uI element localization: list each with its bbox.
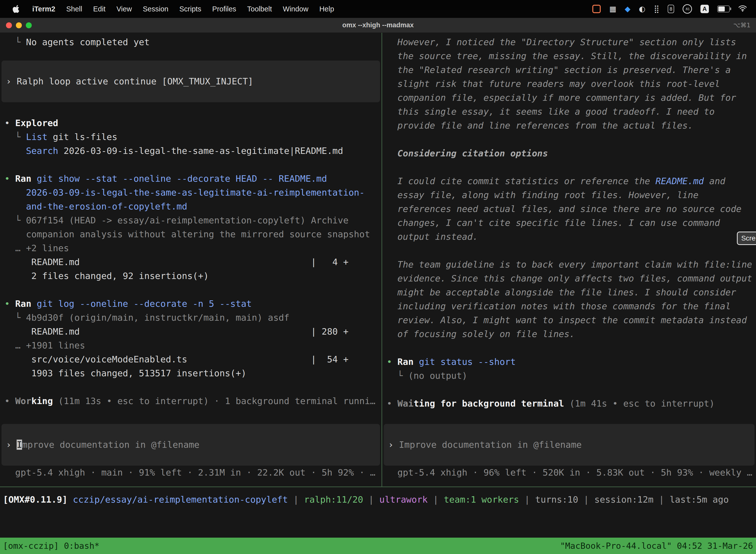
model-status-left: gpt-5.4 xhigh · main · 91% left · 2.31M …	[0, 466, 381, 480]
terminal-line: 2 files changed, 92 insertions(+)	[4, 269, 377, 283]
terminal-line: companion analysis without altering the …	[4, 227, 377, 241]
title-bar: omx --xhigh --madmax ⌥⌘1	[0, 18, 756, 33]
menu-item-help[interactable]: Help	[319, 5, 334, 13]
inject-message-box: › Ralph loop active continue [OMX_TMUX_I…	[1, 61, 380, 102]
screen-share-overlay[interactable]: Scre	[737, 232, 756, 245]
terminal-line: └ 067f154 (HEAD -> essay/ai-reimplementa…	[4, 214, 377, 227]
terminal-line: • Ran git status --short	[387, 355, 752, 369]
window-shortcut: ⌥⌘1	[733, 21, 756, 29]
terminal-line: of focusing solely on file lines.	[387, 327, 752, 341]
terminal-line: README.md | 4 +	[4, 255, 377, 269]
terminal-line: The team guideline is to back every impo…	[387, 258, 752, 272]
prompt-input-right[interactable]: › Improve documentation in @filename	[384, 424, 755, 466]
pane-left-output: • Explored └ List git ls-files Search 20…	[0, 116, 381, 408]
tmux-session-label: [omx-cczip] 0:bash*	[3, 541, 100, 551]
key-icon[interactable]: 8	[668, 5, 674, 13]
dots-grid-icon[interactable]: ⣿	[654, 5, 659, 13]
terminal-line: 1903 files changed, 513517 insertions(+)	[4, 366, 377, 380]
contrast-icon[interactable]: ◐	[639, 5, 645, 13]
terminal: └ No agents completed yet › Ralph loop a…	[0, 33, 756, 554]
terminal-line	[387, 383, 752, 397]
terminal-line: • Explored	[4, 116, 377, 130]
terminal-line: └ No agents completed yet	[4, 35, 377, 49]
battery-icon[interactable]	[717, 5, 730, 12]
terminal-line: … +1901 lines	[4, 339, 377, 352]
terminal-line: the source tree, missing the essay. Stil…	[387, 49, 752, 63]
tmux-panes: └ No agents completed yet › Ralph loop a…	[0, 33, 756, 487]
terminal-line	[4, 158, 377, 172]
omx-status-bar: [OMX#0.11.9] cczip/essay/ai-reimplementa…	[0, 493, 756, 507]
terminal-line: • Ran git show --stat --oneline --decora…	[4, 172, 377, 186]
menu-item-scripts[interactable]: Scripts	[179, 5, 201, 13]
terminal-line	[387, 160, 752, 174]
terminal-line: Considering citation options	[387, 147, 752, 160]
menu-item-profiles[interactable]: Profiles	[212, 5, 236, 13]
terminal-line: references need actual files, and since …	[387, 202, 752, 216]
terminal-line: • Working (11m 13s • esc to interrupt) ·…	[4, 394, 377, 408]
input-source-icon[interactable]: A	[700, 5, 709, 13]
terminal-line: └ (no output)	[387, 369, 752, 383]
terminal-line: might be acceptable alongside the file l…	[387, 285, 752, 299]
terminal-line: └ List git ls-files	[4, 130, 377, 144]
terminal-line: changes, I can't cite specific file line…	[387, 216, 752, 230]
screen-recording-indicator-icon[interactable]	[592, 5, 601, 13]
model-status-right: gpt-5.4 xhigh · 96% left · 520K in · 5.8…	[382, 466, 756, 480]
iterm-window: omx --xhigh --madmax ⌥⌘1 └ No agents com…	[0, 18, 756, 554]
menu-items: iTerm2ShellEditViewSessionScriptsProfile…	[21, 5, 334, 13]
menu-status-icons: ▦ ◆ ◐ ⣿ 8 .61 A	[592, 4, 747, 14]
menu-item-toolbelt[interactable]: Toolbelt	[247, 5, 272, 13]
close-button[interactable]	[6, 22, 12, 28]
zoom-button[interactable]	[26, 22, 32, 28]
terminal-line: companion file, especially if more comme…	[387, 91, 752, 105]
blue-app-icon[interactable]: ◆	[625, 5, 630, 13]
terminal-line: this single essay, it seems like a good …	[387, 105, 752, 119]
menu-item-iterm2[interactable]: iTerm2	[32, 5, 55, 13]
terminal-line: src/voice/voiceModeEnabled.ts | 54 +	[4, 352, 377, 366]
menu-bar: iTerm2ShellEditViewSessionScriptsProfile…	[0, 0, 756, 18]
agent-pane-right: However, I noticed the "Directory Struct…	[382, 33, 756, 487]
terminal-line: • Waiting for background terminal (1m 41…	[387, 397, 752, 410]
grid-icon[interactable]: ▦	[609, 5, 616, 13]
terminal-line: provide file and line references from th…	[387, 119, 752, 132]
apple-menu-icon[interactable]	[12, 4, 20, 13]
inject-message-line: › Ralph loop active continue [OMX_TMUX_I…	[4, 74, 377, 88]
terminal-line: README.md | 280 +	[4, 325, 377, 339]
menu-item-shell[interactable]: Shell	[66, 5, 82, 13]
menu-item-window[interactable]: Window	[283, 5, 308, 13]
pane-right-bottom: › Improve documentation in @filename gpt…	[382, 424, 756, 487]
terminal-line: Search 2026-03-09-is-legal-the-same-as-l…	[4, 144, 377, 158]
terminal-line: the "Related research writing" section i…	[387, 63, 752, 77]
traffic-lights	[0, 22, 32, 28]
prompt-input-left[interactable]: › Improve documentation in @filename	[1, 424, 380, 466]
battery-percent-badge-icon[interactable]: .61	[683, 4, 692, 14]
minimize-button[interactable]	[16, 22, 22, 28]
terminal-line: However, I noticed the "Directory Struct…	[387, 35, 752, 49]
horizontal-pane-divider	[0, 487, 756, 487]
terminal-line: and-the-erosion-of-copyleft.md	[4, 200, 377, 214]
window-title: omx --xhigh --madmax	[0, 21, 756, 29]
terminal-line: output instead.	[387, 230, 752, 244]
terminal-line: I could cite commit statistics or refere…	[387, 174, 752, 188]
wifi-icon[interactable]	[738, 5, 747, 13]
terminal-line: including verification notes with those …	[387, 299, 752, 313]
terminal-line: review. Also, I might want to inspect th…	[387, 313, 752, 327]
menu-item-edit[interactable]: Edit	[93, 5, 106, 13]
tmux-host-label: "MacBook-Pro-44.local" 04:52 31-Mar-26	[560, 541, 753, 551]
agent-pane-left: └ No agents completed yet › Ralph loop a…	[0, 33, 381, 487]
prompt-input-left-line[interactable]: › Improve documentation in @filename	[4, 438, 377, 452]
terminal-line	[4, 283, 377, 297]
pane-left-top-output: └ No agents completed yet	[0, 35, 381, 49]
terminal-empty-area	[0, 507, 756, 538]
terminal-line: essay file, along with finding root file…	[387, 188, 752, 202]
terminal-line	[387, 341, 752, 355]
prompt-input-right-line[interactable]: › Improve documentation in @filename	[387, 438, 752, 452]
terminal-line	[387, 244, 752, 258]
menu-item-view[interactable]: View	[116, 5, 132, 13]
menu-item-session[interactable]: Session	[143, 5, 169, 13]
terminal-line: slight risk that future readers may over…	[387, 77, 752, 91]
terminal-line: • Ran git log --oneline --decorate -n 5 …	[4, 297, 377, 311]
pane-left-bottom: › Improve documentation in @filename gpt…	[0, 424, 381, 487]
tmux-status-bar: [omx-cczip] 0:bash* "MacBook-Pro-44.loca…	[0, 538, 756, 554]
terminal-line: … +2 lines	[4, 241, 377, 255]
pane-right-output: However, I noticed the "Directory Struct…	[382, 35, 756, 410]
